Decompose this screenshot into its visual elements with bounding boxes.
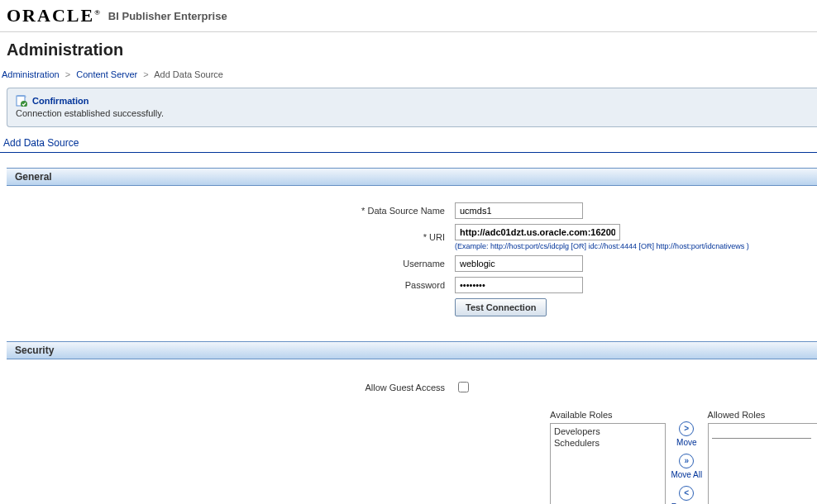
product-name: BI Publisher Enterprise bbox=[108, 10, 227, 22]
label-data-source-name: * Data Source Name bbox=[0, 206, 455, 216]
uri-input[interactable] bbox=[455, 224, 620, 240]
available-roles-list[interactable]: Developers Schedulers bbox=[550, 423, 666, 504]
move-all-label: Move All bbox=[671, 470, 702, 479]
uri-hint: (Example: http://host:port/cs/idcplg [OR… bbox=[455, 242, 817, 250]
roles-shuttle: Available Roles Developers Schedulers > … bbox=[550, 410, 817, 504]
confirmation-icon bbox=[16, 95, 27, 107]
breadcrumb-sep: > bbox=[65, 69, 70, 79]
allow-guest-checkbox[interactable] bbox=[458, 382, 469, 392]
confirmation-message: Connection established successfully. bbox=[16, 108, 809, 118]
list-item[interactable]: Developers bbox=[554, 426, 662, 437]
app-header: ORACLE® BI Publisher Enterprise bbox=[0, 0, 817, 32]
page-title: Administration bbox=[0, 32, 817, 66]
allowed-roles-list[interactable] bbox=[708, 423, 817, 504]
oracle-logo: ORACLE® bbox=[7, 5, 100, 26]
move-all-right-icon: » bbox=[679, 454, 694, 468]
remove-button[interactable]: < Remove bbox=[671, 486, 702, 504]
breadcrumb-link-content-server[interactable]: Content Server bbox=[76, 69, 137, 79]
registered-mark: ® bbox=[94, 8, 100, 17]
breadcrumb-link-administration[interactable]: Administration bbox=[2, 69, 60, 79]
confirmation-box: Confirmation Connection established succ… bbox=[7, 88, 817, 127]
confirmation-title: Confirmation bbox=[32, 96, 88, 106]
list-item[interactable]: Schedulers bbox=[554, 437, 662, 449]
general-form: * Data Source Name * URI (Example: http:… bbox=[0, 186, 817, 341]
move-label: Move bbox=[676, 438, 696, 447]
move-all-button[interactable]: » Move All bbox=[671, 454, 702, 479]
available-roles-label: Available Roles bbox=[550, 410, 666, 420]
data-source-name-input[interactable] bbox=[455, 202, 583, 219]
label-uri: * URI bbox=[0, 232, 455, 242]
breadcrumb-current: Add Data Source bbox=[154, 69, 223, 79]
move-right-icon: > bbox=[679, 421, 694, 436]
test-connection-button[interactable]: Test Connection bbox=[455, 298, 547, 316]
confirmation-head: Confirmation bbox=[16, 95, 809, 107]
allowed-roles-label: Allowed Roles bbox=[708, 410, 817, 420]
logo-text: ORACLE bbox=[7, 5, 94, 26]
shuttle-buttons: > Move » Move All < Remove « Remove All bbox=[666, 410, 708, 504]
add-data-source-link[interactable]: Add Data Source bbox=[0, 131, 817, 153]
section-header-security: Security bbox=[7, 341, 817, 359]
password-input[interactable] bbox=[455, 277, 583, 293]
label-username: Username bbox=[0, 259, 455, 269]
label-allow-guest: Allow Guest Access bbox=[0, 383, 455, 392]
move-button[interactable]: > Move bbox=[676, 421, 696, 447]
security-area: Allow Guest Access Available Roles Devel… bbox=[0, 359, 817, 504]
username-input[interactable] bbox=[455, 255, 583, 272]
breadcrumb: Administration > Content Server > Add Da… bbox=[0, 66, 817, 88]
breadcrumb-sep: > bbox=[143, 69, 148, 79]
empty-underline bbox=[712, 427, 811, 439]
move-left-icon: < bbox=[679, 486, 694, 501]
label-password: Password bbox=[0, 280, 455, 290]
section-header-general: General bbox=[7, 168, 817, 186]
